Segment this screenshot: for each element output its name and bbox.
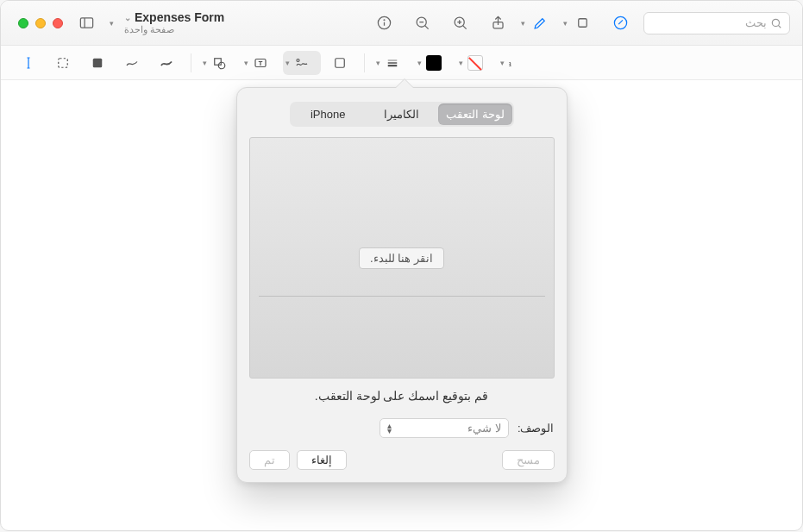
stroke-color-swatch	[426, 55, 442, 71]
rotate-button[interactable]	[568, 10, 597, 36]
shapes-menu[interactable]: ▾	[200, 51, 238, 75]
info-icon	[376, 15, 392, 31]
zoom-out-button[interactable]	[407, 10, 436, 36]
zoom-window-button[interactable]	[18, 18, 28, 28]
note-button[interactable]	[324, 51, 355, 75]
svg-line-16	[778, 25, 781, 28]
text-box-menu[interactable]: ▾	[242, 51, 279, 75]
svg-rect-0	[80, 18, 92, 28]
window-controls	[18, 18, 63, 28]
document-subtitle: صفحة واحدة	[124, 24, 174, 35]
markup-toolbar: ▾ ▾ ▾ ▾ ▾ ▾ ▾ Aa	[1, 46, 802, 80]
tab-iphone[interactable]: iPhone	[292, 103, 365, 125]
close-window-button[interactable]	[53, 18, 63, 28]
text-style-icon: Aa	[509, 55, 524, 71]
search-placeholder: بحث	[745, 16, 767, 29]
mask-button[interactable]	[82, 51, 113, 75]
svg-point-22	[297, 59, 299, 61]
text-style-menu[interactable]: ▾ Aa	[498, 51, 536, 75]
chevron-down-icon: ⌄	[124, 13, 131, 22]
signature-source-segmented: لوحة التعقب الكاميرا iPhone	[290, 102, 514, 127]
search-icon	[770, 17, 782, 29]
text-box-icon	[253, 55, 268, 71]
note-icon	[332, 55, 348, 71]
signature-pad[interactable]: انقر هنا للبدء.	[249, 137, 555, 379]
markup-toggle-button[interactable]	[605, 10, 635, 36]
cancel-button[interactable]: إلغاء	[297, 450, 347, 470]
description-row: الوصف: لا شيء ▴▾	[249, 418, 555, 438]
chevron-down-icon: ▾	[110, 19, 114, 28]
text-insert-button[interactable]	[13, 51, 44, 75]
fill-color-menu[interactable]: ▾	[456, 51, 494, 75]
rotate-icon	[574, 15, 591, 31]
highlighter-icon	[532, 15, 549, 31]
description-value: لا شيء	[467, 422, 501, 435]
sketch-button[interactable]	[116, 51, 147, 75]
search-field[interactable]: بحث	[643, 12, 790, 34]
svg-rect-19	[215, 58, 222, 65]
chevron-down-icon[interactable]: ▾	[563, 19, 568, 28]
crop-button[interactable]	[47, 51, 78, 75]
select-stepper-icon: ▴▾	[387, 423, 392, 434]
share-icon	[490, 15, 506, 31]
document-title-block[interactable]: Expenses Form ⌄ صفحة واحدة	[124, 10, 224, 35]
tab-camera[interactable]: الكاميرا	[365, 103, 438, 125]
markup-highlight-button[interactable]	[525, 10, 555, 36]
text-cursor-icon	[21, 55, 36, 71]
clear-button[interactable]: مسح	[502, 450, 555, 470]
svg-point-4	[384, 20, 385, 21]
tab-trackpad[interactable]: لوحة التعقب	[438, 103, 511, 125]
separator	[191, 53, 191, 72]
svg-point-20	[218, 62, 225, 69]
stroke-color-menu[interactable]: ▾	[415, 51, 453, 75]
zoom-in-icon	[452, 15, 468, 31]
draw-icon	[159, 55, 174, 71]
signature-hint: قم بتوقيع اسمك على لوحة التعقب.	[249, 389, 555, 403]
titlebar: ▾ Expenses Form ⌄ صفحة واحدة ▾	[1, 1, 802, 46]
shapes-icon	[211, 55, 227, 71]
svg-point-15	[772, 19, 779, 26]
line-weight-menu[interactable]: ▾	[373, 51, 411, 75]
separator	[364, 53, 365, 72]
svg-rect-18	[93, 58, 103, 67]
sidebar-toggle-button[interactable]	[72, 10, 101, 36]
popover-footer: مسح إلغاء تم	[249, 450, 555, 470]
no-fill-swatch	[467, 55, 483, 71]
svg-rect-23	[336, 58, 345, 67]
info-button[interactable]	[369, 10, 398, 36]
line-weight-icon	[385, 55, 400, 71]
zoom-in-button[interactable]	[445, 10, 474, 36]
crop-dashed-icon	[55, 55, 71, 71]
svg-line-6	[424, 26, 428, 29]
svg-rect-13	[578, 19, 587, 28]
svg-line-9	[462, 26, 466, 29]
svg-rect-17	[59, 58, 68, 67]
draw-button[interactable]	[151, 51, 182, 75]
document-title: Expenses Form	[135, 10, 224, 24]
chevron-down-icon[interactable]: ▾	[521, 19, 525, 28]
zoom-out-icon	[414, 15, 430, 31]
signature-menu[interactable]: ▾	[283, 51, 321, 75]
sketch-icon	[124, 55, 140, 71]
signature-icon	[294, 55, 310, 71]
description-select[interactable]: لا شيء ▴▾	[380, 418, 509, 438]
start-signing-chip[interactable]: انقر هنا للبدء.	[359, 247, 444, 269]
share-button[interactable]	[483, 10, 512, 36]
signature-popover: لوحة التعقب الكاميرا iPhone انقر هنا للب…	[236, 87, 568, 483]
markup-pen-icon	[612, 15, 629, 31]
description-label: الوصف:	[518, 422, 555, 435]
sidebar-icon	[78, 15, 95, 31]
mask-icon	[90, 55, 105, 71]
minimize-window-button[interactable]	[35, 18, 46, 28]
svg-text:Aa: Aa	[509, 58, 511, 67]
done-button[interactable]: تم	[249, 450, 290, 470]
